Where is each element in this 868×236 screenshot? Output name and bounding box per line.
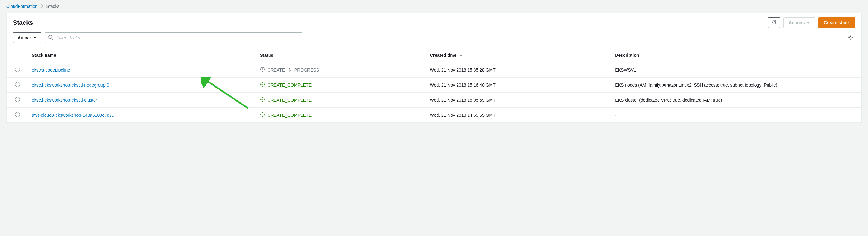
- sort-desc-icon: [459, 53, 463, 58]
- col-stack-name[interactable]: Stack name: [25, 48, 254, 63]
- gear-icon: [847, 36, 853, 41]
- table-row: eksctl-eksworkshop-eksctl-clusterCREATE_…: [7, 93, 861, 108]
- breadcrumb: CloudFormation Stacks: [0, 0, 868, 12]
- description-cell: -: [609, 108, 861, 123]
- breadcrumb-current: Stacks: [46, 4, 60, 9]
- col-created-time[interactable]: Created time: [424, 48, 609, 63]
- check-circle-icon: [260, 112, 265, 118]
- panel-header: Stacks Actions Create stack: [7, 13, 861, 30]
- search-input[interactable]: [45, 32, 302, 43]
- description-cell: EKSWSV1: [609, 63, 861, 77]
- caret-down-icon: [33, 37, 36, 39]
- row-select-radio[interactable]: [15, 82, 20, 87]
- status-badge: CREATE_IN_PROGRESS: [260, 67, 319, 73]
- actions-button-label: Actions: [788, 20, 805, 25]
- page-title: Stacks: [13, 19, 768, 26]
- svg-line-1: [52, 38, 53, 39]
- check-circle-icon: [260, 82, 265, 88]
- col-status[interactable]: Status: [254, 48, 424, 63]
- stacks-panel: Stacks Actions Create stack Active: [6, 12, 862, 123]
- col-description[interactable]: Description: [609, 48, 861, 63]
- refresh-icon: [772, 20, 777, 26]
- status-badge: CREATE_COMPLETE: [260, 97, 312, 103]
- refresh-button[interactable]: [768, 17, 780, 28]
- clock-icon: [260, 67, 265, 73]
- search-wrap: [45, 32, 302, 43]
- table-row: aws-cloud9-eksworkshop-148a5100e7d7...CR…: [7, 108, 861, 123]
- row-select-radio[interactable]: [15, 97, 20, 102]
- stack-name-link[interactable]: eksctl-eksworkshop-eksctl-cluster: [32, 98, 97, 103]
- description-cell: EKS cluster (dedicated VPC: true, dedica…: [609, 93, 861, 108]
- status-badge: CREATE_COMPLETE: [260, 82, 312, 88]
- created-time: Wed, 21 Nov 2018 14:59:55 GMT: [424, 108, 609, 123]
- col-created-label: Created time: [430, 53, 457, 58]
- stack-name-link[interactable]: eksws-codepipeline: [32, 67, 70, 72]
- stack-name-link[interactable]: eksctl-eksworkshop-eksctl-nodegroup-0: [32, 82, 109, 88]
- actions-button[interactable]: Actions: [783, 17, 815, 28]
- status-badge: CREATE_COMPLETE: [260, 112, 312, 118]
- svg-point-0: [49, 35, 52, 39]
- header-actions: Actions Create stack: [768, 17, 855, 28]
- table-row: eksctl-eksworkshop-eksctl-nodegroup-0CRE…: [7, 77, 861, 93]
- toolbar: Active: [7, 30, 861, 48]
- svg-point-2: [850, 36, 851, 38]
- status-filter-label: Active: [18, 35, 31, 40]
- row-select-radio[interactable]: [15, 67, 20, 72]
- created-time: Wed, 21 Nov 2018 15:35:28 GMT: [424, 63, 609, 77]
- table-row: eksws-codepipelineCREATE_IN_PROGRESSWed,…: [7, 63, 861, 77]
- search-icon: [48, 35, 53, 41]
- chevron-right-icon: [41, 4, 43, 9]
- stack-name-link[interactable]: aws-cloud9-eksworkshop-148a5100e7d7...: [32, 113, 116, 118]
- col-select: [7, 48, 25, 63]
- settings-button[interactable]: [847, 35, 855, 41]
- check-circle-icon: [260, 97, 265, 103]
- create-stack-button[interactable]: Create stack: [818, 17, 855, 28]
- created-time: Wed, 21 Nov 2018 15:05:59 GMT: [424, 93, 609, 108]
- stacks-table: Stack name Status Created time Descripti…: [7, 48, 861, 123]
- row-select-radio[interactable]: [15, 112, 20, 117]
- created-time: Wed, 21 Nov 2018 15:16:40 GMT: [424, 77, 609, 93]
- caret-down-icon: [807, 22, 810, 24]
- description-cell: EKS nodes (AMI family: AmazonLinux2, SSH…: [609, 77, 861, 93]
- breadcrumb-root-link[interactable]: CloudFormation: [6, 4, 38, 9]
- status-filter-select[interactable]: Active: [13, 32, 41, 43]
